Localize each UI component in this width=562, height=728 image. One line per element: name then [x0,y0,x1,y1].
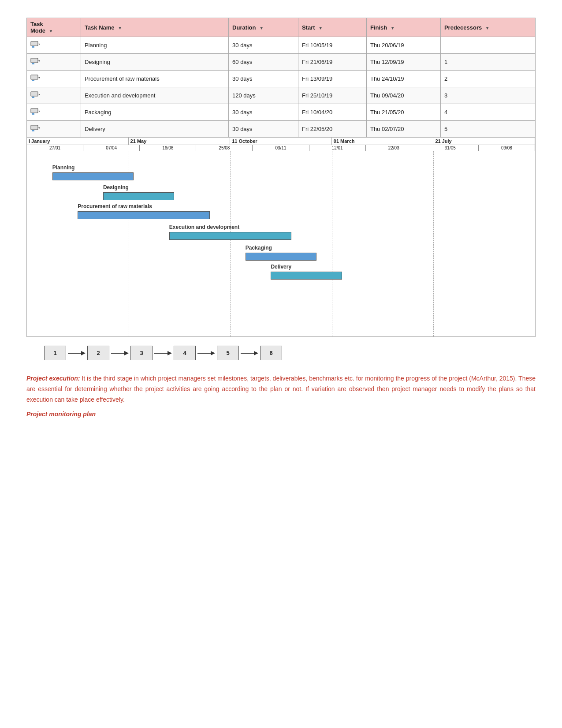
th-task-name-filter[interactable]: ▼ [118,26,122,30]
gantt-date-6: 12/01 [309,145,366,151]
gantt-month-4: 01 March [332,138,434,145]
gantt-vline-2 [230,151,231,336]
svg-rect-17 [32,130,34,131]
svg-rect-6 [31,75,38,79]
task-duration-cell: 60 days [229,54,298,71]
task-pred-cell: 3 [440,87,535,104]
svg-marker-27 [254,351,258,355]
svg-marker-10 [38,94,40,95]
svg-rect-15 [31,125,38,130]
th-predecessors-filter[interactable]: ▼ [485,26,490,30]
task-finish-cell: Thu 02/07/20 [366,121,440,138]
task-start-cell: Fri 22/05/20 [298,121,366,138]
gantt-bar [246,253,316,261]
task-mode-cell [27,104,81,121]
task-mode-icon [30,41,40,49]
gantt-bar-label: Procurement of raw materials [78,203,152,209]
task-finish-cell: Thu 21/05/20 [366,104,440,121]
gantt-bar [271,272,342,280]
table-row: Designing60 daysFri 21/06/19Thu 12/09/19… [27,54,536,71]
task-finish-cell: Thu 20/06/19 [366,37,440,54]
task-mode-cell [27,87,81,104]
svg-marker-7 [38,77,40,78]
task-mode-cell [27,121,81,138]
step-box-4: 4 [174,346,196,360]
task-pred-cell: 5 [440,121,535,138]
step-box-6: 6 [260,346,282,360]
svg-marker-25 [211,351,215,355]
steps-container: 1 2 3 4 5 6 [44,346,536,360]
th-start-filter[interactable]: ▼ [318,26,323,30]
task-mode-cell [27,54,81,71]
gantt-bar [103,192,174,200]
task-start-cell: Fri 21/06/19 [298,54,366,71]
project-monitoring-label: Project monitoring plan [26,409,536,420]
svg-rect-2 [32,46,34,48]
th-finish-filter[interactable]: ▼ [391,26,395,30]
task-pred-cell: 1 [440,54,535,71]
task-mode-cell [27,37,81,54]
svg-marker-1 [38,44,40,45]
task-duration-cell: 120 days [229,87,298,104]
gantt-date-3: 16/06 [140,145,196,151]
svg-marker-19 [81,351,86,355]
task-start-cell: Fri 13/09/19 [298,71,366,87]
th-start: Start ▼ [298,18,366,37]
gantt-month-5: 21 July [433,138,535,145]
step-arrow-4 [197,349,215,358]
project-execution-label: Project execution: [26,375,80,382]
th-task-name: Task Name ▼ [81,18,228,37]
svg-marker-23 [167,351,172,355]
svg-rect-5 [32,63,34,64]
step-arrow-2 [111,349,129,358]
gantt-date-8: 31/05 [422,145,479,151]
task-name-cell: Designing [81,54,228,71]
task-name-cell: Delivery [81,121,228,138]
svg-marker-13 [38,111,40,112]
gantt-header-months: l January 21 May 11 October 01 March 21 … [27,138,535,145]
table-row: Delivery30 daysFri 22/05/20Thu 02/07/205 [27,121,536,138]
gantt-date-1: 27/01 [27,145,83,151]
th-duration-label: Duration [232,24,256,31]
project-execution-body: It is the third stage in which project m… [26,375,536,403]
th-task-mode-filter[interactable]: ▼ [49,29,53,34]
task-finish-cell: Thu 09/04/20 [366,87,440,104]
task-name-cell: Planning [81,37,228,54]
task-duration-cell: 30 days [229,121,298,138]
step-box-1: 1 [44,346,66,360]
th-task-name-label: Task Name [85,24,115,31]
task-start-cell: Fri 25/10/19 [298,87,366,104]
task-name-cell: Procurement of raw materials [81,71,228,87]
svg-rect-8 [32,80,34,81]
task-name-cell: Execution and development [81,87,228,104]
svg-rect-0 [31,41,38,46]
task-mode-icon [30,57,40,65]
gantt-chart-container: l January 21 May 11 October 01 March 21 … [26,138,536,337]
task-duration-cell: 30 days [229,71,298,87]
gantt-date-5: 03/11 [253,145,309,151]
gantt-bar-label: Execution and development [169,224,239,230]
task-start-cell: Fri 10/04/20 [298,104,366,121]
task-finish-cell: Thu 12/09/19 [366,54,440,71]
th-task-mode-label: TaskMode [30,21,45,34]
svg-marker-21 [124,351,129,355]
gantt-bar-label: Delivery [271,264,291,270]
gantt-date-2: 07/04 [83,145,140,151]
gantt-date-4: 25/08 [196,145,253,151]
th-duration-filter[interactable]: ▼ [259,26,264,30]
svg-rect-11 [32,97,34,98]
gantt-month-2: 21 May [129,138,231,145]
task-mode-cell [27,71,81,87]
svg-rect-12 [31,108,38,113]
gantt-date-9: 09/08 [479,145,535,151]
gantt-bar [169,232,291,240]
th-predecessors-label: Predecessors [444,24,482,31]
th-start-label: Start [302,24,315,31]
svg-rect-14 [32,113,34,115]
table-row: Execution and development120 daysFri 25/… [27,87,536,104]
step-arrow-5 [241,349,258,358]
svg-marker-4 [38,60,40,62]
gantt-bar [52,172,134,180]
step-box-2: 2 [87,346,109,360]
task-start-cell: Fri 10/05/19 [298,37,366,54]
